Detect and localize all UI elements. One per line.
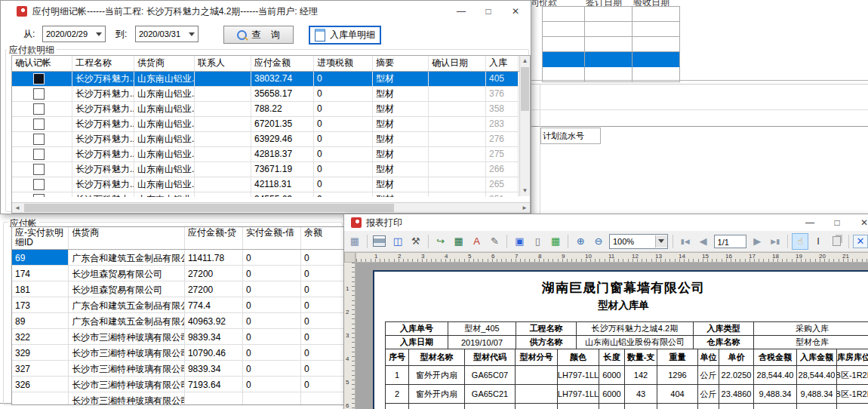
scroll-left-icon[interactable]: ◄: [12, 203, 23, 213]
multi-page-icon[interactable]: ▦: [547, 233, 564, 250]
table-row[interactable]: 329长沙市三湘特种玻璃有限公司10790.4600: [12, 345, 344, 361]
confirm-checkbox[interactable]: [33, 179, 45, 190]
maximize-button[interactable]: □: [475, 1, 502, 22]
scrollbar-thumb[interactable]: [521, 67, 529, 111]
table-row[interactable]: 长沙万科魅力...山东南山铝业...63929.460型材276: [12, 132, 519, 147]
report-design-icon[interactable]: ▦: [346, 233, 363, 250]
rtf-export-icon[interactable]: ✎: [486, 233, 503, 250]
close-button[interactable]: ✕: [851, 214, 868, 231]
hand-tool-icon[interactable]: ☝: [792, 233, 808, 250]
close-preview-icon[interactable]: ✕: [853, 235, 868, 248]
last-page-icon[interactable]: ▶▮: [767, 233, 783, 250]
cell: 40963.92: [185, 313, 243, 329]
table-row[interactable]: [543, 52, 680, 67]
table-row[interactable]: 长沙万科魅力...山东南山铝业...788.220型材358: [12, 102, 519, 117]
copy-icon[interactable]: [828, 233, 845, 250]
close-button[interactable]: ✕: [502, 1, 529, 22]
pdf-export-icon[interactable]: A: [469, 233, 485, 250]
print-icon[interactable]: [371, 233, 388, 250]
query-button[interactable]: 查 询: [223, 26, 294, 44]
chevron-down-icon[interactable]: [93, 32, 105, 36]
table-row[interactable]: 89广东合和建筑五金制品有限公司40963.9200: [12, 313, 344, 329]
options-icon[interactable]: ⚒: [408, 233, 424, 250]
table-row[interactable]: 长沙市三湘特种玻璃有限公司: [12, 392, 344, 405]
confirm-checkbox[interactable]: [33, 149, 45, 160]
cell: 长沙坦森贸易有限公司: [69, 281, 185, 297]
confirm-checkbox[interactable]: [33, 134, 45, 145]
scroll-up-icon[interactable]: ▲: [520, 56, 530, 66]
scroll-down-icon[interactable]: ▼: [520, 186, 530, 196]
column-header: 型材名称: [409, 349, 465, 366]
table-row[interactable]: 长沙万科魅力...山东南山铝业...38032.740型材405: [12, 72, 519, 87]
prev-page-icon[interactable]: ◀: [695, 233, 712, 250]
confirm-checkbox[interactable]: [33, 164, 45, 175]
confirm-checkbox[interactable]: [33, 73, 45, 85]
cell: 山东南山铝业...: [134, 72, 195, 86]
save-icon[interactable]: ▣: [511, 233, 528, 250]
table-row[interactable]: [543, 7, 680, 22]
info-label: 供方名称: [516, 336, 577, 349]
column-header: 入库金额: [797, 349, 837, 366]
horizontal-scrollbar[interactable]: ◄ ►: [12, 202, 530, 213]
app-icon: [351, 217, 362, 228]
cell: 型材: [373, 162, 429, 177]
table-row[interactable]: 173广东合和建筑五金制品有限公司774.400: [12, 297, 344, 313]
cell: 山东南山铝业...: [134, 162, 195, 177]
cell: 69: [12, 250, 69, 266]
minimize-button[interactable]: —: [448, 1, 475, 22]
scroll-right-icon[interactable]: ►: [519, 203, 530, 213]
zoom-combo[interactable]: 100%: [609, 234, 668, 249]
title-bar[interactable]: 报表打印 — □ ✕: [344, 214, 868, 232]
vertical-scrollbar[interactable]: ▲ ▼: [519, 56, 530, 196]
cell: [429, 102, 486, 116]
cell: 长沙万科魅力...: [72, 162, 134, 177]
next-page-icon[interactable]: ▶: [749, 233, 765, 250]
confirm-checkbox[interactable]: [33, 103, 45, 115]
from-date-select[interactable]: 2020/02/29: [42, 26, 106, 42]
payable-detail-window: 应付明细记帐------当前工程: 长沙万科魅力之城4.2期------当前用户…: [0, 0, 531, 214]
table-row[interactable]: 长沙万科魅力...山东南山铝业...94555.690型材251: [12, 192, 519, 197]
cell: 0: [314, 87, 373, 101]
single-page-icon[interactable]: ▯: [529, 233, 546, 250]
table-row[interactable]: 326长沙市三湘特种玻璃有限公司7193.6400: [12, 377, 344, 392]
minimize-button[interactable]: —: [796, 214, 823, 231]
table-row[interactable]: 长沙万科魅力...山东南山铝业...67201.350型材283: [12, 117, 519, 132]
table-row[interactable]: [543, 37, 680, 52]
text-select-icon[interactable]: I: [810, 233, 826, 250]
zoom-in-icon[interactable]: ⊕: [572, 233, 589, 250]
ruler-mark: 10: [585, 253, 592, 260]
receipt-detail-button[interactable]: 入库单明细: [309, 26, 381, 45]
table-row[interactable]: [543, 22, 680, 37]
confirm-checkbox[interactable]: [33, 194, 45, 197]
first-page-icon[interactable]: ▮◀: [677, 233, 694, 250]
print-preview-area[interactable]: 湖南巨晟门窗幕墙有限公司 型材入库单 入库单号型材_405工程名称长沙万科魅力之…: [356, 263, 868, 409]
table-row[interactable]: 长沙万科魅力...山东南山铝业...42818.370型材275: [12, 147, 519, 162]
table-row[interactable]: 322长沙市三湘特种玻璃有限公司9839.3400: [12, 329, 344, 345]
table-row[interactable]: 长沙万科魅力...山东南山铝业...42118.310型材265: [12, 177, 519, 192]
confirm-checkbox[interactable]: [33, 118, 45, 130]
table-row[interactable]: 长沙万科魅力...山东南山铝业...35658.170型材376: [12, 87, 519, 102]
chevron-down-icon[interactable]: [186, 32, 198, 36]
cell: 型材: [373, 87, 429, 101]
to-date-select[interactable]: 2020/03/31: [135, 26, 199, 42]
page-number-box[interactable]: 1/1: [714, 235, 747, 248]
table-row[interactable]: 174长沙坦森贸易有限公司2720000: [12, 266, 344, 281]
report-company-name: 湖南巨晟门窗幕墙有限公司: [374, 279, 868, 297]
ruler-mark: 4: [445, 253, 448, 260]
chevron-down-icon[interactable]: [655, 235, 667, 248]
page-setup-icon[interactable]: ◫: [389, 233, 406, 250]
confirm-checkbox[interactable]: [33, 88, 45, 100]
table-row[interactable]: 长沙万科魅力...山东南山铝业...73671.190型材266: [12, 162, 519, 177]
plan-serial-field[interactable]: 计划流水号: [540, 128, 601, 144]
table-row[interactable]: 181长沙坦森贸易有限公司2720000: [12, 281, 344, 297]
table-row[interactable]: 327长沙市三湘特种玻璃有限公司9839.3400: [12, 361, 344, 377]
title-bar[interactable]: 应付明细记帐------当前工程: 长沙万科魅力之城4.2期------当前用户…: [1, 1, 531, 22]
zoom-out-icon[interactable]: ⊖: [590, 233, 607, 250]
excel-export-icon[interactable]: ▦: [451, 233, 467, 250]
cell: 10790.46: [185, 345, 243, 361]
column-header: 入库: [486, 56, 519, 71]
maximize-button[interactable]: □: [823, 214, 851, 231]
export-icon[interactable]: ↪: [432, 233, 449, 250]
scrollbar-thumb[interactable]: [24, 204, 394, 212]
table-row[interactable]: 69广东合和建筑五金制品有限公司11411.7800: [12, 250, 344, 266]
